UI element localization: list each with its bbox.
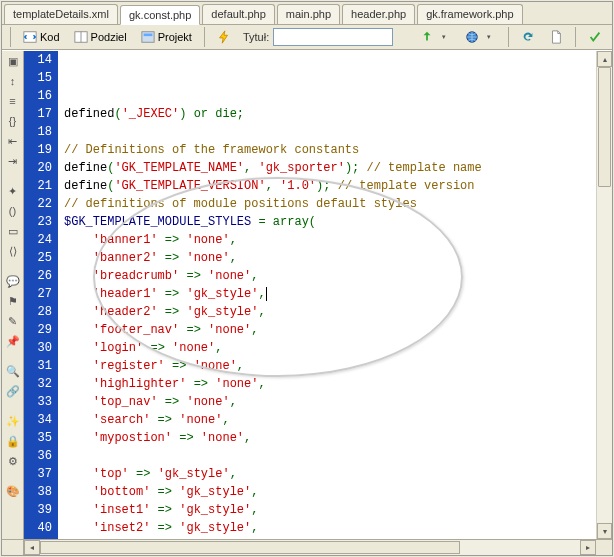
tab-templateDetails-xml[interactable]: templateDetails.xml [4, 4, 118, 24]
horizontal-scrollbar[interactable]: ◂ ▸ [2, 539, 612, 555]
flag-icon[interactable]: ⚑ [5, 293, 21, 309]
tab-gk-const-php[interactable]: gk.const.php [120, 5, 200, 25]
code-line[interactable]: 'mainbody' => 'gk_style', [64, 537, 596, 539]
code-line[interactable]: 'header2' => 'gk_style', [64, 303, 596, 321]
check-icon [588, 30, 602, 44]
design-icon [141, 30, 155, 44]
scroll-track-h[interactable] [40, 540, 580, 555]
code-line[interactable]: 'banner2' => 'none', [64, 249, 596, 267]
svg-rect-3 [142, 32, 154, 43]
title-label: Tytuł: [243, 31, 269, 43]
gear-icon[interactable]: ⚙ [5, 453, 21, 469]
check-button[interactable] [582, 27, 608, 47]
scroll-track[interactable] [597, 67, 612, 523]
code-line[interactable]: 'top_nav' => 'none', [64, 393, 596, 411]
wand-icon[interactable]: ✨ [5, 413, 21, 429]
code-line[interactable]: 'header1' => 'gk_style', [64, 285, 596, 303]
tag-icon[interactable]: ⟨⟩ [5, 243, 21, 259]
lock-icon[interactable]: 🔒 [5, 433, 21, 449]
document-icon [549, 30, 563, 44]
note-icon[interactable]: ✎ [5, 313, 21, 329]
tab-default-php[interactable]: default.php [202, 4, 274, 24]
separator [10, 27, 11, 47]
code-label: Kod [40, 31, 60, 43]
code-line[interactable]: 'banner1' => 'none', [64, 231, 596, 249]
code-line[interactable]: 'highlighter' => 'none', [64, 375, 596, 393]
line-gutter: 1415161718192021222324252627282930313233… [24, 51, 58, 539]
editor-window: templateDetails.xmlgk.const.phpdefault.p… [1, 1, 613, 556]
separator [508, 27, 509, 47]
comment-icon[interactable]: 💬 [5, 273, 21, 289]
code-content[interactable]: defined('_JEXEC') or die;// Definitions … [58, 51, 596, 539]
bookmark-icon[interactable]: ▭ [5, 223, 21, 239]
indent-right-icon[interactable]: ⇥ [5, 153, 21, 169]
code-line[interactable]: 'register' => 'none', [64, 357, 596, 375]
code-panel: 1415161718192021222324252627282930313233… [24, 51, 612, 539]
link-icon[interactable]: 🔗 [5, 383, 21, 399]
scroll-down-button[interactable]: ▾ [597, 523, 612, 539]
design-label: Projekt [158, 31, 192, 43]
lightning-icon [217, 30, 231, 44]
brackets-icon[interactable]: {} [5, 113, 21, 129]
code-line[interactable]: 'top' => 'gk_style', [64, 465, 596, 483]
scroll-left-button[interactable]: ◂ [24, 540, 40, 555]
svg-rect-0 [24, 32, 36, 43]
code-line[interactable]: define('GK_TEMPLATE_VERSION', '1.0'); //… [64, 177, 596, 195]
upload-icon [420, 30, 434, 44]
separator [204, 27, 205, 47]
split-label: Podziel [91, 31, 127, 43]
code-line[interactable]: 'footer_nav' => 'none', [64, 321, 596, 339]
scroll-thumb-h[interactable] [40, 541, 460, 554]
code-line[interactable]: defined('_JEXEC') or die; [64, 105, 596, 123]
scroll-up-button[interactable]: ▴ [597, 51, 612, 67]
view-code-button[interactable]: Kod [17, 27, 66, 47]
code-line[interactable]: // definitions of module positions defau… [64, 195, 596, 213]
split-icon [74, 30, 88, 44]
view-design-button[interactable]: Projekt [135, 27, 198, 47]
tab-header-php[interactable]: header.php [342, 4, 415, 24]
scroll-right-button[interactable]: ▸ [580, 540, 596, 555]
code-line[interactable]: 'inset2' => 'gk_style', [64, 519, 596, 537]
code-line[interactable]: 'search' => 'none', [64, 411, 596, 429]
code-line[interactable]: 'inset1' => 'gk_style', [64, 501, 596, 519]
code-line[interactable]: // Definitions of the framework constant… [64, 141, 596, 159]
file-tabs: templateDetails.xmlgk.const.phpdefault.p… [2, 2, 612, 25]
code-line[interactable]: 'bottom' => 'gk_style', [64, 483, 596, 501]
document-button[interactable] [543, 27, 569, 47]
title-input[interactable] [273, 28, 393, 46]
side-toolbar: ▣ ↕ ≡ {} ⇤ ⇥ ✦ () ▭ ⟨⟩ 💬 ⚑ ✎ 📌 🔍 🔗 ✨ 🔒 ⚙… [2, 51, 24, 539]
refresh-button[interactable] [515, 27, 541, 47]
code-line[interactable] [64, 447, 596, 465]
palette-icon[interactable]: 🎨 [5, 483, 21, 499]
lightning-button[interactable] [211, 27, 237, 47]
code-line[interactable]: 'breadcrumb' => 'none', [64, 267, 596, 285]
svg-rect-4 [143, 34, 152, 37]
toolbar: Kod Podziel Projekt Tytuł: ▾ ▾ [2, 25, 612, 50]
arrow-icon[interactable]: ↕ [5, 73, 21, 89]
globe-icon [465, 30, 479, 44]
editor-area: ▣ ↕ ≡ {} ⇤ ⇥ ✦ () ▭ ⟨⟩ 💬 ⚑ ✎ 📌 🔍 🔗 ✨ 🔒 ⚙… [2, 50, 612, 539]
pointer-icon[interactable]: ✦ [5, 183, 21, 199]
code-icon [23, 30, 37, 44]
code-line[interactable]: 'mypostion' => 'none', [64, 429, 596, 447]
code-line[interactable]: 'login' => 'none', [64, 339, 596, 357]
tab-gk-framework-php[interactable]: gk.framework.php [417, 4, 522, 24]
separator [575, 27, 576, 47]
braces-icon[interactable]: () [5, 203, 21, 219]
outdent-icon[interactable]: ⇤ [5, 133, 21, 149]
code-line[interactable] [64, 123, 596, 141]
search-icon[interactable]: 🔍 [5, 363, 21, 379]
view-split-button[interactable]: Podziel [68, 27, 133, 47]
globe-button[interactable]: ▾ [459, 27, 502, 47]
collapse-icon[interactable]: ▣ [5, 53, 21, 69]
tab-main-php[interactable]: main.php [277, 4, 340, 24]
scroll-thumb[interactable] [598, 67, 611, 187]
refresh-icon [521, 30, 535, 44]
vertical-scrollbar[interactable]: ▴ ▾ [596, 51, 612, 539]
indent-icon[interactable]: ≡ [5, 93, 21, 109]
upload-button[interactable]: ▾ [414, 27, 457, 47]
pin-icon[interactable]: 📌 [5, 333, 21, 349]
code-line[interactable]: $GK_TEMPLATE_MODULE_STYLES = array( [64, 213, 596, 231]
code-line[interactable]: define('GK_TEMPLATE_NAME', 'gk_sporter')… [64, 159, 596, 177]
